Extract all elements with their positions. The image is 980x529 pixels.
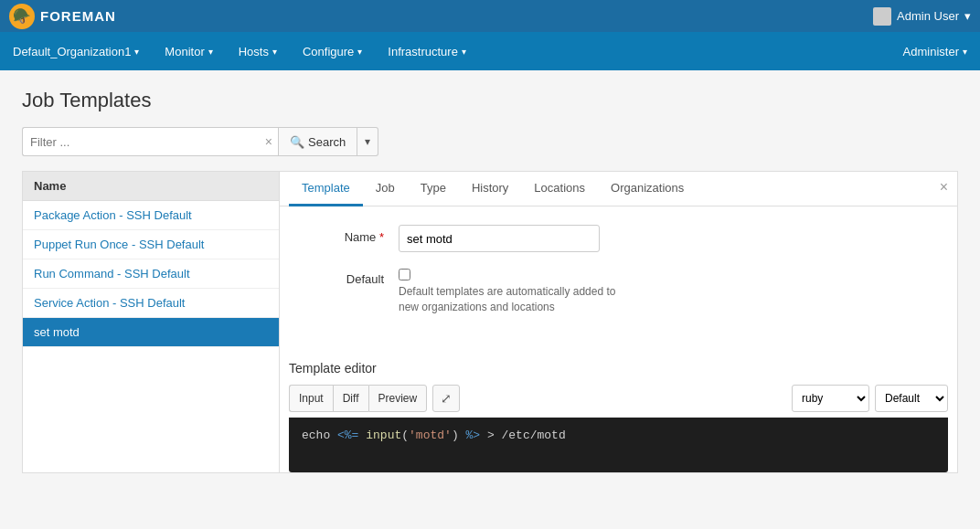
nav-item-org[interactable]: Default_Organization1 ▾ — [0, 32, 152, 70]
default-field-label: Default — [302, 269, 384, 286]
foreman-logo: 🪖 — [9, 4, 35, 29]
editor-input-button[interactable]: Input — [289, 385, 333, 412]
tab-locations-label: Locations — [534, 181, 585, 195]
code-close-tag: %> — [459, 428, 480, 442]
editor-diff-button[interactable]: Diff — [333, 385, 368, 412]
code-input-fn: input — [366, 428, 401, 442]
tab-job-label: Job — [376, 181, 395, 195]
language-select[interactable]: ruby javascript text — [792, 385, 869, 412]
tab-content-template: Name * Default Default templates are aut… — [280, 206, 957, 343]
sidebar-item-label: Puppet Run Once - SSH Default — [34, 238, 204, 251]
search-dropdown-chevron-icon: ▾ — [365, 135, 370, 148]
main-nav: Default_Organization1 ▾ Monitor ▾ Hosts … — [0, 32, 980, 70]
sidebar-item-service-action[interactable]: Service Action - SSH Default — [23, 289, 279, 318]
main-layout: Name Package Action - SSH Default Puppet… — [22, 171, 958, 473]
name-input[interactable] — [399, 225, 600, 252]
nav-configure-label: Configure — [303, 45, 354, 58]
nav-administer-label: Administer — [903, 45, 959, 58]
code-redirect: > /etc/motd — [480, 428, 566, 442]
code-editor[interactable]: echo <%= input('motd') %> > /etc/motd — [289, 418, 948, 472]
nav-item-infrastructure[interactable]: Infrastructure ▾ — [375, 32, 479, 70]
editor-toolbar: Input Diff Preview ⤢ ruby javascript tex… — [289, 385, 948, 412]
search-button[interactable]: 🔍 Search — [278, 127, 357, 156]
nav-org-chevron-icon: ▾ — [134, 47, 139, 57]
sidebar-item-package-action[interactable]: Package Action - SSH Default — [23, 201, 279, 230]
app-name: FOREMAN — [40, 8, 116, 24]
template-editor-title: Template editor — [289, 361, 948, 376]
template-editor-section: Template editor Input Diff Preview ⤢ rub… — [280, 361, 957, 472]
editor-btn-group: Input Diff Preview — [289, 385, 427, 412]
tabs: Template Job Type History Locations Orga… — [280, 172, 957, 206]
user-label: Admin User — [897, 9, 959, 23]
editor-expand-button[interactable]: ⤢ — [432, 385, 460, 412]
name-required-indicator: * — [379, 230, 384, 244]
theme-select[interactable]: Default Dark Light — [875, 385, 948, 412]
sidebar-item-puppet-run[interactable]: Puppet Run Once - SSH Default — [23, 230, 279, 259]
code-paren-close: ) — [452, 428, 459, 442]
nav-monitor-chevron-icon: ▾ — [208, 47, 213, 57]
tab-job[interactable]: Job — [363, 172, 408, 206]
search-input-wrap: × — [22, 127, 278, 156]
search-bar: × 🔍 Search ▾ — [22, 127, 958, 156]
user-icon — [873, 7, 891, 26]
editor-preview-button[interactable]: Preview — [368, 385, 428, 412]
nav-item-hosts[interactable]: Hosts ▾ — [226, 32, 290, 70]
nav-configure-chevron-icon: ▾ — [357, 47, 362, 57]
nav-infrastructure-label: Infrastructure — [388, 45, 458, 58]
tab-history[interactable]: History — [459, 172, 521, 206]
name-field-label: Name * — [302, 225, 384, 244]
tab-template-label: Template — [302, 181, 350, 195]
default-checkbox-row — [399, 269, 636, 280]
tab-type-label: Type — [421, 181, 446, 195]
nav-monitor-label: Monitor — [165, 45, 204, 58]
sidebar-header: Name — [23, 172, 279, 201]
nav-item-administer[interactable]: Administer ▾ — [890, 45, 980, 58]
page-content: Job Templates × 🔍 Search ▾ Name Package … — [0, 70, 980, 492]
tab-organizations-label: Organizations — [611, 181, 684, 195]
code-open-tag: <%= — [337, 428, 358, 442]
tab-template[interactable]: Template — [289, 172, 363, 206]
form-group-name: Name * — [302, 225, 935, 252]
sidebar-item-label: Service Action - SSH Default — [34, 296, 185, 310]
main-nav-left: Default_Organization1 ▾ Monitor ▾ Hosts … — [0, 32, 479, 70]
nav-org-label: Default_Organization1 — [13, 45, 131, 58]
sidebar-item-label: Run Command - SSH Default — [34, 267, 190, 280]
detail-panel: × Template Job Type History Locations — [280, 171, 958, 473]
logo-icon: 🪖 — [13, 7, 31, 25]
brand-area: 🪖 FOREMAN — [9, 4, 116, 29]
tab-organizations[interactable]: Organizations — [598, 172, 697, 206]
search-icon: 🔍 — [290, 135, 304, 149]
search-button-label: Search — [308, 135, 346, 149]
tab-history-label: History — [472, 181, 508, 195]
default-hint-text: Default templates are automatically adde… — [399, 284, 636, 315]
code-string: 'motd' — [409, 428, 452, 442]
editor-right-controls: ruby javascript text Default Dark Light — [792, 385, 948, 412]
code-paren-open: ( — [401, 428, 409, 442]
search-clear-icon[interactable]: × — [265, 134, 272, 149]
tab-locations[interactable]: Locations — [521, 172, 598, 206]
page-title: Job Templates — [22, 89, 958, 112]
nav-hosts-chevron-icon: ▾ — [272, 47, 277, 57]
default-checkbox[interactable] — [399, 269, 410, 280]
default-content: Default templates are automatically adde… — [399, 269, 636, 315]
nav-item-configure[interactable]: Configure ▾ — [290, 32, 375, 70]
sidebar-item-label: Package Action - SSH Default — [34, 208, 192, 222]
nav-infrastructure-chevron-icon: ▾ — [462, 47, 466, 57]
detail-close-button[interactable]: × — [940, 179, 948, 196]
nav-administer-chevron-icon: ▾ — [963, 47, 967, 57]
sidebar-item-set-motd[interactable]: set motd — [23, 318, 279, 347]
code-echo: echo — [302, 428, 337, 442]
user-chevron-icon: ▾ — [964, 9, 971, 23]
search-input[interactable] — [22, 127, 278, 156]
form-group-default: Default Default templates are automatica… — [302, 269, 935, 315]
main-nav-right: Administer ▾ — [890, 45, 980, 58]
search-dropdown-button[interactable]: ▾ — [357, 127, 378, 156]
tab-type[interactable]: Type — [408, 172, 459, 206]
sidebar-item-label: set motd — [34, 325, 80, 339]
top-bar: 🪖 FOREMAN Admin User ▾ — [0, 0, 980, 32]
nav-item-monitor[interactable]: Monitor ▾ — [152, 32, 225, 70]
sidebar: Name Package Action - SSH Default Puppet… — [22, 171, 280, 473]
user-menu[interactable]: Admin User ▾ — [873, 7, 971, 26]
nav-hosts-label: Hosts — [239, 45, 269, 58]
sidebar-item-run-command[interactable]: Run Command - SSH Default — [23, 259, 279, 289]
